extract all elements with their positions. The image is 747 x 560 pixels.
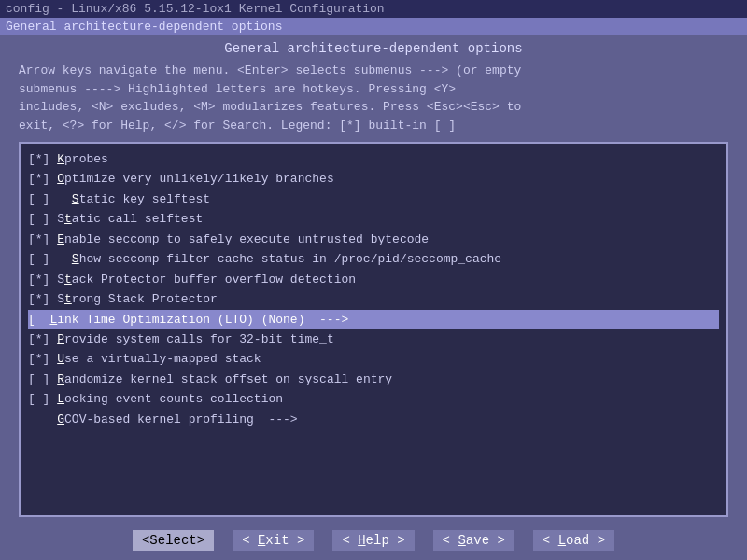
- menu-item-prefix: [*]: [28, 152, 57, 166]
- menu-item-hotkey: t: [64, 292, 72, 306]
- menu-item-rest: how seccomp filter cache status in /proc…: [79, 252, 501, 266]
- menu-item[interactable]: [ ] Show seccomp filter cache status in …: [28, 249, 719, 269]
- bottom-button-wrapper: < Exit >: [233, 530, 314, 551]
- bottom-button-select[interactable]: <Select>: [133, 530, 214, 551]
- bottom-button-save[interactable]: < Save >: [433, 530, 514, 551]
- button-hotkey: H: [358, 533, 365, 548]
- menu-item-prefix: [*] S: [28, 273, 64, 287]
- menu-item[interactable]: [*] Stack Protector buffer overflow dete…: [28, 270, 719, 289]
- bottom-button-wrapper: < Help >: [332, 530, 414, 551]
- menu-item-rest: ink Time Optimization (LTO) (None) --->: [57, 313, 348, 327]
- subtitle: General architecture-dependent options: [0, 18, 747, 35]
- menu-item-rest: se a virtually-mapped stack: [64, 352, 261, 366]
- menu-item-prefix: [: [28, 313, 49, 327]
- help-line2: submenus ----> Highlighted letters are h…: [19, 80, 728, 99]
- menu-item-hotkey: S: [72, 192, 79, 206]
- menu-item-rest: rovide system calls for 32-bit time_t: [64, 332, 334, 346]
- menu-item[interactable]: [ ] Static key selftest: [28, 189, 719, 209]
- menu-item-prefix: [*] S: [28, 292, 64, 306]
- menu-item-hotkey: L: [57, 392, 64, 406]
- menu-item-hotkey: S: [72, 252, 79, 266]
- menu-item-rest: nable seccomp to safely execute untruste…: [64, 232, 429, 246]
- bottom-button-wrapper: < Save >: [433, 530, 514, 551]
- menu-item-rest: atic call selftest: [72, 212, 203, 226]
- menu-item[interactable]: GCOV-based kernel profiling --->: [28, 410, 719, 429]
- menu-item[interactable]: [ Link Time Optimization (LTO) (None) --…: [28, 310, 719, 329]
- menu-item-prefix: [*]: [28, 332, 57, 346]
- bottom-button-exit[interactable]: < Exit >: [233, 530, 314, 551]
- bottom-button-help[interactable]: < Help >: [332, 530, 414, 551]
- bottom-button-wrapper: <Select>: [133, 530, 214, 551]
- subtitle-text: General architecture-dependent options: [6, 20, 282, 34]
- menu-item[interactable]: [*] Enable seccomp to safely execute unt…: [28, 230, 719, 249]
- titlebar: config - Linux/x86 5.15.12-lox1 Kernel C…: [0, 0, 747, 18]
- menu-content-box: [*] Kprobes[*] Optimize very unlikely/li…: [19, 142, 728, 517]
- menu-item-rest: COV-based kernel profiling --->: [64, 413, 298, 427]
- button-hotkey: S: [458, 533, 465, 548]
- main-area: General architecture-dependent options A…: [0, 35, 747, 523]
- menu-item-hotkey: K: [57, 152, 64, 166]
- menu-item-hotkey: G: [57, 413, 64, 427]
- menu-item-rest: ocking event counts collection: [64, 392, 283, 406]
- bottom-button-load[interactable]: < Load >: [533, 530, 614, 551]
- window: config - Linux/x86 5.15.12-lox1 Kernel C…: [0, 0, 747, 560]
- menu-item[interactable]: [*] Kprobes: [28, 149, 719, 169]
- menu-item[interactable]: [*] Optimize very unlikely/likely branch…: [28, 169, 719, 189]
- menu-item-prefix: [ ]: [28, 372, 57, 386]
- menu-item-hotkey: R: [57, 372, 64, 386]
- menu-item-rest: probes: [64, 152, 108, 166]
- titlebar-text: config - Linux/x86 5.15.12-lox1 Kernel C…: [6, 2, 385, 16]
- menu-item[interactable]: [ ] Static call selftest: [28, 209, 719, 229]
- menu-item-prefix: [ ]: [28, 192, 72, 206]
- help-line4: exit, <?> for Help, </> for Search. Lege…: [19, 117, 728, 135]
- bottom-bar: <Select>< Exit >< Help >< Save >< Load >: [0, 523, 747, 560]
- bottom-button-wrapper: < Load >: [533, 530, 614, 551]
- help-line1: Arrow keys navigate the menu. <Enter> se…: [19, 62, 728, 80]
- menu-item-hotkey: t: [64, 212, 72, 226]
- menu-item[interactable]: [*] Provide system calls for 32-bit time…: [28, 329, 719, 349]
- menu-item-rest: ack Protector buffer overflow detection: [72, 273, 356, 287]
- menu-item[interactable]: [*] Use a virtually-mapped stack: [28, 349, 719, 369]
- menu-item-prefix: [*]: [28, 172, 57, 186]
- menu-item-hotkey: O: [57, 172, 64, 186]
- menu-item-rest: ptimize very unlikely/likely branches: [64, 172, 334, 186]
- menu-item[interactable]: [*] Strong Stack Protector: [28, 289, 719, 309]
- menu-item-prefix: [ ]: [28, 252, 72, 266]
- menu-item-prefix: [*]: [28, 232, 57, 246]
- menu-item-rest: andomize kernel stack offset on syscall …: [64, 372, 392, 386]
- menu-item-rest: rong Stack Protector: [72, 292, 218, 306]
- menu-item-hotkey: U: [57, 352, 64, 366]
- menu-item-prefix: [28, 413, 57, 427]
- button-hotkey: E: [258, 533, 265, 548]
- menu-item-prefix: [*]: [28, 352, 57, 366]
- menu-item[interactable]: [ ] Locking event counts collection: [28, 389, 719, 409]
- dialog-title: General architecture-dependent options: [224, 41, 522, 56]
- help-line3: includes, <N> excludes, <M> modularizes …: [19, 98, 728, 117]
- help-text: Arrow keys navigate the menu. <Enter> se…: [9, 62, 738, 134]
- menu-item-rest: tatic key selftest: [79, 192, 210, 206]
- menu-item-prefix: [ ]: [28, 392, 57, 406]
- menu-item-hotkey: t: [64, 273, 72, 287]
- button-hotkey: L: [558, 533, 566, 548]
- menu-item[interactable]: [ ] Randomize kernel stack offset on sys…: [28, 370, 719, 389]
- menu-item-hotkey: P: [57, 332, 64, 346]
- menu-item-hotkey: E: [57, 232, 64, 246]
- menu-item-prefix: [ ] S: [28, 212, 64, 226]
